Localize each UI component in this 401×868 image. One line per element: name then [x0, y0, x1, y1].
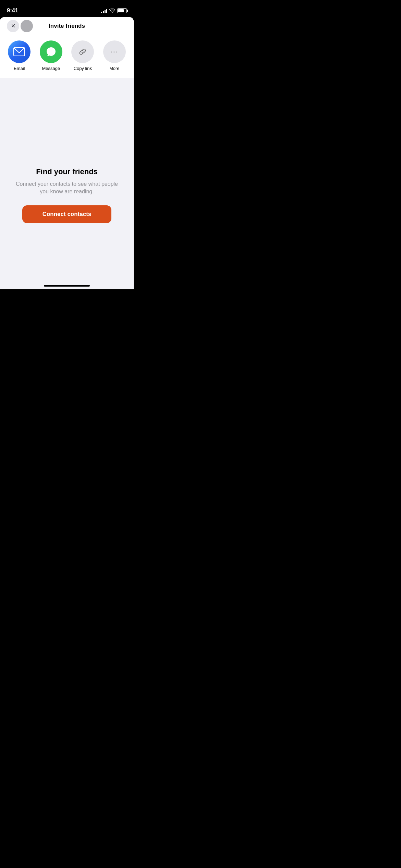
find-friends-subtitle: Connect your contacts to see what people…: [15, 180, 118, 196]
copy-link-icon-circle: [71, 40, 94, 63]
divider: [0, 78, 134, 78]
more-dots-icon: ···: [110, 47, 119, 56]
copy-link-option[interactable]: Copy link: [71, 40, 95, 71]
message-share-option[interactable]: Message: [39, 40, 63, 71]
email-icon-circle: [8, 40, 31, 63]
main-content: Find your friends Connect your contacts …: [0, 167, 134, 223]
wifi-icon: [109, 9, 115, 13]
signal-icon: [101, 9, 107, 13]
battery-fill: [118, 9, 124, 12]
close-icon: ✕: [11, 23, 15, 29]
find-friends-title: Find your friends: [36, 167, 98, 176]
battery-icon: [117, 8, 127, 13]
status-icons: [101, 8, 127, 13]
message-icon-circle: [40, 40, 62, 63]
avatar: [21, 20, 33, 32]
invite-friends-sheet: ✕ Invite friends Email: [0, 17, 134, 289]
share-options-row: Email Message: [0, 35, 134, 78]
connect-contacts-button[interactable]: Connect contacts: [22, 205, 111, 223]
link-icon: [77, 47, 88, 57]
more-label: More: [109, 66, 120, 71]
more-share-option[interactable]: ··· More: [102, 40, 126, 71]
email-icon: [13, 47, 25, 56]
sheet-header: ✕ Invite friends: [0, 23, 134, 35]
email-share-option[interactable]: Email: [7, 40, 31, 71]
more-icon-circle: ···: [103, 40, 126, 63]
message-label: Message: [42, 66, 60, 71]
message-icon: [45, 46, 57, 58]
email-label: Email: [14, 66, 25, 71]
close-button[interactable]: ✕: [7, 20, 19, 32]
copy-link-label: Copy link: [74, 66, 92, 71]
status-time: 9:41: [7, 7, 18, 14]
sheet-title: Invite friends: [49, 23, 85, 29]
share-card: ✕ Invite friends Email: [0, 17, 134, 78]
home-indicator: [44, 285, 90, 287]
status-bar: 9:41: [0, 0, 134, 17]
